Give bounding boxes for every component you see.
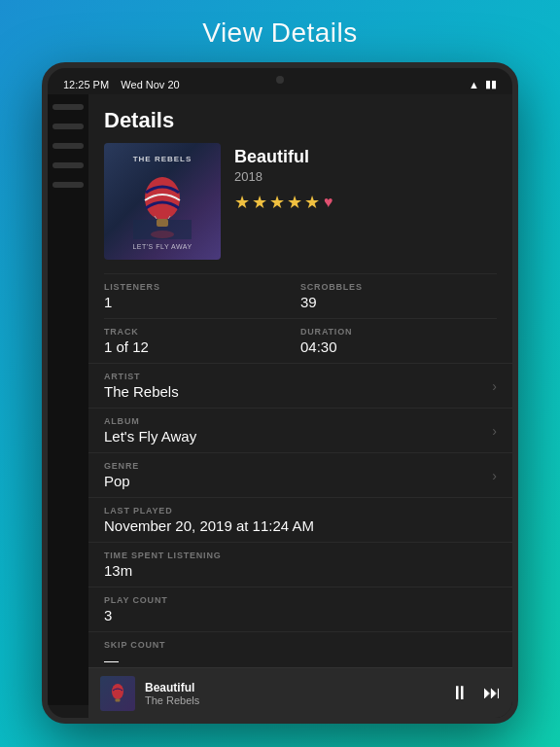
pause-button[interactable]: ⏸ bbox=[450, 682, 470, 704]
detail-row-value: 3 bbox=[104, 607, 497, 623]
wifi-icon: ▲ bbox=[469, 79, 479, 90]
detail-row-value: — bbox=[104, 652, 497, 668]
chevron-icon: › bbox=[492, 423, 497, 439]
status-right: ▲ ▮▮ bbox=[469, 78, 497, 90]
detail-row-value: Let's Fly Away bbox=[104, 428, 492, 445]
detail-row-content: ALBUM Let's Fly Away bbox=[104, 416, 492, 445]
detail-row-content: PLAY COUNT 3 bbox=[104, 595, 497, 623]
scrobbles-stat: SCROBBLES 39 bbox=[300, 274, 497, 318]
detail-row: TIME SPENT LISTENING 13m bbox=[88, 542, 512, 587]
star-5: ★ bbox=[304, 192, 320, 213]
detail-row[interactable]: ALBUM Let's Fly Away › bbox=[88, 408, 512, 452]
track-stat: TRACK 1 of 12 bbox=[104, 319, 300, 363]
detail-row-content: LAST PLAYED November 20, 2019 at 11:24 A… bbox=[104, 506, 497, 534]
svg-rect-2 bbox=[157, 219, 168, 227]
detail-row-content: TIME SPENT LISTENING 13m bbox=[104, 551, 497, 579]
balloon-svg bbox=[133, 171, 192, 239]
sidebar-item bbox=[52, 104, 84, 110]
duration-stat: DURATION 04:30 bbox=[300, 319, 497, 363]
detail-row-content: ARTIST The Rebels bbox=[104, 372, 492, 400]
status-time-date: 12:25 PM Wed Nov 20 bbox=[63, 79, 180, 90]
star-4: ★ bbox=[287, 192, 302, 213]
scrobbles-label: SCROBBLES bbox=[300, 282, 497, 292]
detail-row-label: SKIP COUNT bbox=[104, 640, 497, 650]
duration-label: DURATION bbox=[300, 327, 497, 337]
now-playing-controls: ⏸ ⏭ bbox=[450, 682, 501, 704]
album-art: THE REBELS bbox=[104, 143, 221, 260]
svg-point-5 bbox=[151, 231, 174, 238]
detail-row-value: November 20, 2019 at 11:24 AM bbox=[104, 517, 497, 534]
detail-row-label: PLAY COUNT bbox=[104, 595, 497, 605]
detail-row: LAST PLAYED November 20, 2019 at 11:24 A… bbox=[88, 497, 512, 542]
battery-icon: ▮▮ bbox=[485, 78, 497, 90]
main-content: Details THE REBELS bbox=[48, 94, 512, 705]
detail-row-label: ALBUM bbox=[104, 416, 492, 426]
skip-forward-button[interactable]: ⏭ bbox=[483, 683, 501, 703]
detail-row-label: TIME SPENT LISTENING bbox=[104, 551, 497, 560]
detail-row-label: GENRE bbox=[104, 461, 492, 471]
detail-row[interactable]: ARTIST The Rebels › bbox=[88, 363, 512, 408]
detail-row: PLAY COUNT 3 bbox=[88, 587, 512, 631]
now-playing-info: Beautiful The Rebels bbox=[145, 681, 440, 706]
detail-row-value: Pop bbox=[104, 473, 492, 489]
track-year: 2018 bbox=[234, 169, 333, 184]
listeners-value: 1 bbox=[104, 294, 300, 310]
track-info: Beautiful 2018 ★ ★ ★ ★ ★ ♥ bbox=[234, 143, 333, 260]
details-panel: Details THE REBELS bbox=[88, 94, 512, 705]
detail-row-content: SKIP COUNT — bbox=[104, 640, 497, 668]
svg-rect-7 bbox=[116, 698, 121, 701]
now-playing-title: Beautiful bbox=[145, 681, 440, 694]
sidebar-item bbox=[52, 124, 84, 129]
heart-icon: ♥ bbox=[324, 194, 333, 211]
track-hero: THE REBELS bbox=[88, 143, 512, 273]
track-label: TRACK bbox=[104, 327, 300, 337]
detail-row[interactable]: GENRE Pop › bbox=[88, 452, 512, 497]
svg-point-6 bbox=[112, 684, 123, 699]
sidebar-item bbox=[52, 162, 84, 168]
track-value: 1 of 12 bbox=[104, 338, 300, 355]
detail-row-value: 13m bbox=[104, 562, 497, 579]
detail-row-label: ARTIST bbox=[104, 372, 492, 381]
details-header: Details bbox=[88, 94, 512, 143]
star-3: ★ bbox=[269, 192, 285, 213]
detail-row-label: LAST PLAYED bbox=[104, 506, 497, 516]
stats-row-2: TRACK 1 of 12 DURATION 04:30 bbox=[88, 319, 512, 363]
sidebar bbox=[48, 94, 88, 705]
detail-row-value: The Rebels bbox=[104, 383, 492, 400]
star-2: ★ bbox=[252, 192, 267, 213]
star-1: ★ bbox=[234, 192, 250, 213]
detail-row-content: GENRE Pop bbox=[104, 461, 492, 489]
tablet-frame: 12:25 PM Wed Nov 20 ▲ ▮▮ Details THE REB… bbox=[42, 62, 518, 724]
scrobbles-value: 39 bbox=[300, 294, 497, 310]
chevron-icon: › bbox=[492, 378, 497, 394]
track-title: Beautiful bbox=[234, 147, 333, 167]
track-rating: ★ ★ ★ ★ ★ ♥ bbox=[234, 192, 333, 213]
listeners-label: LISTENERS bbox=[104, 282, 300, 292]
listeners-stat: LISTENERS 1 bbox=[104, 274, 300, 318]
page-title: View Details bbox=[202, 18, 358, 49]
duration-value: 04:30 bbox=[300, 338, 497, 355]
now-playing-thumb bbox=[100, 676, 135, 711]
album-band-name: THE REBELS bbox=[104, 155, 221, 163]
chevron-icon: › bbox=[492, 468, 497, 483]
album-subtitle: LET'S FLY AWAY bbox=[104, 243, 221, 250]
tablet-camera bbox=[276, 76, 284, 84]
stats-row-1: LISTENERS 1 SCROBBLES 39 bbox=[88, 274, 512, 318]
sidebar-item bbox=[52, 182, 84, 188]
sidebar-item bbox=[52, 143, 84, 149]
now-playing-artist: The Rebels bbox=[145, 694, 440, 706]
now-playing-bar: Beautiful The Rebels ⏸ ⏭ bbox=[88, 667, 512, 718]
